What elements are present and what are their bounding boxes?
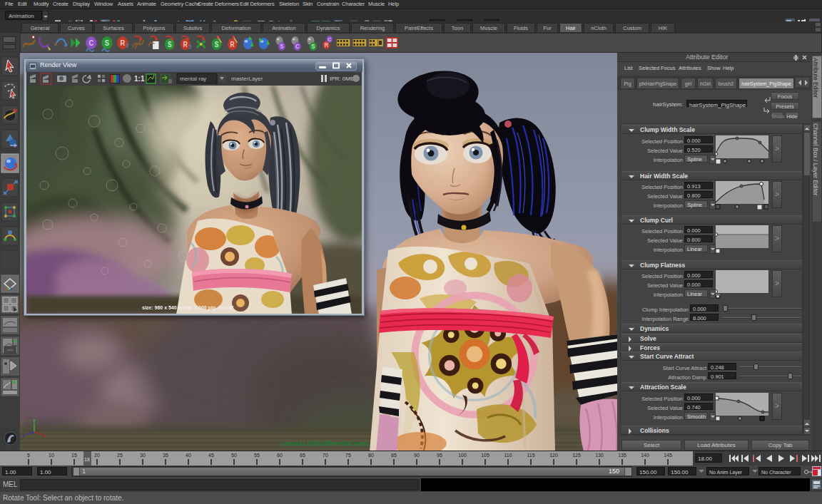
- svg-text:C: C: [328, 36, 331, 43]
- svg-text:S: S: [168, 41, 172, 48]
- svg-text:145: 145: [664, 453, 672, 458]
- svg-text:C: C: [295, 42, 299, 50]
- svg-text:5: 5: [27, 453, 30, 458]
- svg-text:140: 140: [641, 453, 649, 458]
- svg-text:45: 45: [208, 453, 214, 458]
- svg-text:40: 40: [186, 453, 191, 458]
- svg-text:15: 15: [71, 453, 77, 458]
- svg-text:R: R: [230, 41, 235, 48]
- svg-text:85: 85: [391, 453, 397, 458]
- svg-text:120: 120: [549, 453, 558, 458]
- svg-text:IPR: 0MB: IPR: 0MB: [330, 76, 354, 82]
- svg-text:20: 20: [94, 453, 100, 458]
- svg-text:80: 80: [368, 453, 374, 458]
- svg-text:95: 95: [437, 453, 442, 458]
- svg-text:R: R: [120, 38, 125, 47]
- svg-text:70: 70: [323, 453, 328, 458]
- svg-text:55: 55: [254, 453, 260, 458]
- svg-text:130: 130: [595, 453, 604, 458]
- svg-text:35: 35: [163, 453, 168, 458]
- svg-text:size: 960 x 540 zoom: 1.000: size: 960 x 540 zoom: 1.000 pig_test.tif: [142, 305, 234, 311]
- svg-text:1:1: 1:1: [134, 75, 145, 83]
- svg-text:S: S: [215, 41, 219, 48]
- svg-text:S: S: [280, 42, 283, 50]
- svg-text:110: 110: [504, 453, 512, 458]
- svg-text:65: 65: [300, 453, 305, 458]
- svg-text:masterLayer: masterLayer: [231, 76, 263, 82]
- svg-text:z: z: [22, 433, 24, 438]
- svg-text:10: 10: [49, 453, 54, 458]
- svg-text:125: 125: [572, 453, 581, 458]
- svg-text:18: 18: [84, 457, 90, 462]
- svg-text:C: C: [89, 38, 94, 47]
- svg-text:mental ray: mental ray: [180, 76, 206, 82]
- svg-text:115: 115: [527, 453, 534, 458]
- svg-text:100: 100: [458, 453, 467, 458]
- svg-text:90: 90: [414, 453, 420, 458]
- svg-text:75: 75: [345, 453, 351, 458]
- svg-text:camera1 (defaultRenderLayer): camera1 (defaultRenderLayer): [281, 440, 369, 447]
- svg-text:25: 25: [117, 453, 123, 458]
- svg-text:30: 30: [140, 453, 146, 458]
- svg-text:105: 105: [481, 453, 489, 458]
- svg-text:60: 60: [277, 453, 283, 458]
- svg-text:135: 135: [618, 453, 626, 458]
- svg-text:R: R: [183, 41, 188, 48]
- svg-text:S: S: [105, 38, 109, 47]
- svg-text:S: S: [311, 42, 315, 50]
- svg-text:50: 50: [231, 453, 237, 458]
